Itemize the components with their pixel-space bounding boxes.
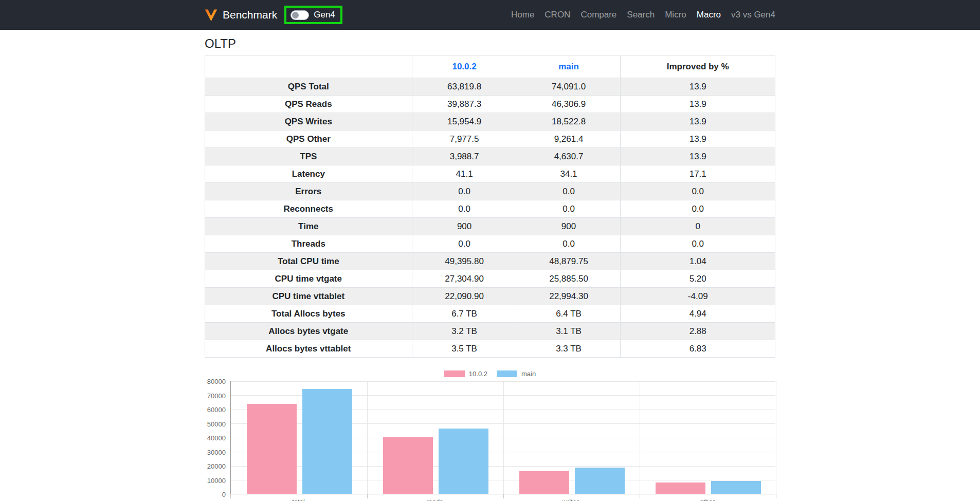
legend-swatch (497, 370, 517, 377)
nav-link-micro[interactable]: Micro (660, 10, 692, 20)
table-row: Threads0.00.00.0 (205, 235, 775, 253)
gen4-toggle-switch[interactable] (291, 10, 309, 20)
chart-plot-area (230, 381, 775, 494)
cell-value: 0.0 (412, 183, 517, 200)
cell-value: 49,395.80 (412, 253, 517, 270)
y-tick-label: 70000 (207, 392, 226, 399)
axis-tick-mark (367, 494, 368, 498)
cell-value: 34.1 (517, 165, 621, 183)
row-label: Allocs bytes vttablet (205, 340, 412, 358)
bar-10-0-2-reads (383, 437, 433, 494)
bar-main-writes (575, 468, 625, 494)
page-title: OLTP (205, 36, 775, 51)
y-tick-label: 20000 (207, 462, 226, 470)
y-tick-label: 60000 (207, 406, 226, 414)
grid-line-vertical (367, 381, 368, 494)
nav-link-compare[interactable]: Compare (575, 10, 622, 20)
table-row: CPU time vtgate27,304.9025,885.505.20 (205, 270, 775, 288)
row-label: Total Allocs bytes (205, 305, 412, 323)
version-link[interactable]: 10.0.2 (452, 62, 476, 71)
qps-bar-chart: 10.0.2main 01000020000300004000050000600… (205, 370, 775, 501)
cell-value: 0 (621, 218, 775, 235)
chart-legend: 10.0.2main (205, 370, 775, 377)
legend-item[interactable]: 10.0.2 (444, 370, 487, 378)
nav-link-macro[interactable]: Macro (692, 10, 726, 20)
x-category-label: other (639, 494, 775, 501)
table-row: Reconnects0.00.00.0 (205, 200, 775, 218)
cell-value: 17.1 (621, 165, 775, 183)
cell-value: 1.04 (621, 253, 775, 270)
table-corner-cell (205, 56, 412, 78)
grid-line-vertical (776, 381, 776, 494)
cell-value: 0.0 (621, 235, 775, 253)
row-label: QPS Total (205, 78, 412, 96)
row-label: CPU time vtgate (205, 270, 412, 288)
cell-value: 22,090.90 (412, 288, 517, 305)
nav-link-search[interactable]: Search (622, 10, 660, 20)
column-header-version: 10.0.2 (412, 56, 517, 78)
nav-link-v3-vs-gen4[interactable]: v3 vs Gen4 (726, 10, 775, 20)
row-label: Time (205, 218, 412, 235)
bar-10-0-2-total (247, 404, 297, 494)
cell-value: 13.9 (621, 113, 775, 131)
row-label: Total CPU time (205, 253, 412, 270)
brand-link[interactable]: Benchmark (204, 8, 277, 22)
cell-value: 3.3 TB (517, 340, 621, 358)
column-header-improved: Improved by % (621, 56, 775, 78)
cell-value: 13.9 (621, 96, 775, 113)
bar-main-reads (439, 429, 488, 494)
axis-tick-mark (230, 494, 231, 498)
cell-value: 0.0 (517, 235, 621, 253)
navbar-left-group: Benchmark Gen4 (204, 6, 342, 24)
y-tick-label: 30000 (207, 448, 226, 456)
table-row: Total CPU time49,395.8048,879.751.04 (205, 253, 775, 270)
table-row: QPS Writes15,954.918,522.813.9 (205, 113, 775, 131)
bar-10-0-2-other (656, 483, 705, 494)
nav-link-home[interactable]: Home (506, 10, 539, 20)
cell-value: 900 (412, 218, 517, 235)
row-label: QPS Reads (205, 96, 412, 113)
row-label: QPS Writes (205, 113, 412, 131)
cell-value: 7,977.5 (412, 131, 517, 148)
bar-10-0-2-writes (519, 471, 569, 494)
x-category-label: total (230, 494, 367, 501)
cell-value: 13.9 (621, 131, 775, 148)
table-row: TPS3,988.74,630.713.9 (205, 148, 775, 165)
cell-value: 0.0 (621, 200, 775, 218)
gen4-toggle-label: Gen4 (314, 10, 335, 20)
bar-main-other (711, 481, 761, 494)
y-tick-label: 40000 (207, 434, 226, 442)
cell-value: 13.9 (621, 78, 775, 96)
legend-label: 10.0.2 (469, 370, 487, 378)
y-tick-label: 10000 (207, 476, 226, 484)
benchmark-table: 10.0.2mainImproved by % QPS Total63,819.… (205, 55, 775, 358)
legend-item[interactable]: main (497, 370, 536, 378)
nav-link-cron[interactable]: CRON (539, 10, 575, 20)
cell-value: 41.1 (412, 165, 517, 183)
cell-value: 0.0 (621, 183, 775, 200)
cell-value: 13.9 (621, 148, 775, 165)
table-row: Latency41.134.117.1 (205, 165, 775, 183)
y-tick-label: 0 (222, 491, 226, 498)
table-row: CPU time vttablet22,090.9022,994.30-4.09 (205, 288, 775, 305)
cell-value: 0.0 (412, 235, 517, 253)
x-category-label: reads (367, 494, 503, 501)
version-link[interactable]: main (558, 62, 579, 71)
cell-value: 6.4 TB (517, 305, 621, 323)
cell-value: 18,522.8 (517, 113, 621, 131)
toggle-knob (292, 12, 299, 18)
cell-value: 25,885.50 (517, 270, 621, 288)
y-tick-label: 50000 (207, 420, 226, 428)
grid-line-vertical (503, 381, 504, 494)
legend-label: main (521, 370, 536, 378)
row-label: TPS (205, 148, 412, 165)
legend-swatch (444, 370, 465, 377)
row-label: Reconnects (205, 200, 412, 218)
x-category-label: writes (503, 494, 639, 501)
table-row: Time9009000 (205, 218, 775, 235)
table-row: QPS Total63,819.874,091.013.9 (205, 78, 775, 96)
cell-value: 5.20 (621, 270, 775, 288)
cell-value: 15,954.9 (412, 113, 517, 131)
cell-value: 0.0 (412, 200, 517, 218)
chart-y-axis: 0100002000030000400005000060000700008000… (205, 381, 230, 494)
